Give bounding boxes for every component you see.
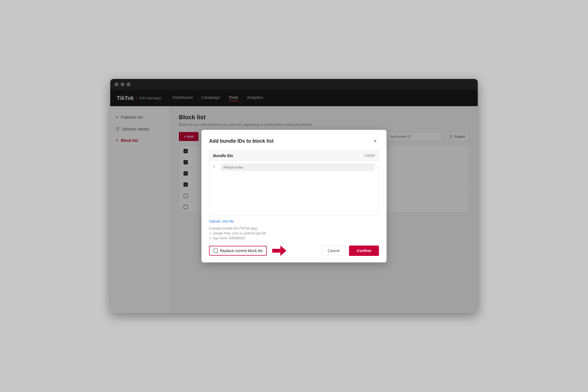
modal: Add bundle IDs to block list × Bundle ID… — [201, 130, 387, 262]
bundle-row-1: 1 — [209, 161, 379, 174]
example-title: Example bundle IDs (TikTok app): — [209, 226, 379, 230]
modal-actions: Cancel Confirm — [321, 246, 379, 256]
arrow-indicator — [272, 246, 286, 256]
modal-title: Add bundle IDs to block list — [209, 138, 274, 144]
svg-marker-0 — [272, 246, 286, 256]
bundle-ids-label: Bundle IDs — [213, 154, 233, 158]
bundle-ids-header: Bundle IDs 1/9999 — [209, 151, 379, 161]
cancel-button[interactable]: Cancel — [321, 246, 347, 256]
modal-close-button[interactable]: × — [371, 137, 379, 145]
example-google-play: 1. Google Play: com.ss.android.ugc.trill — [209, 231, 379, 235]
modal-overlay: Add bundle IDs to block list × Bundle ID… — [110, 79, 478, 313]
bundle-id-input[interactable] — [221, 164, 375, 171]
app-window: TikTok: Ads Manager Dashboard Campaign T… — [110, 79, 478, 313]
bundle-count: 1/9999 — [364, 154, 375, 158]
modal-header: Add bundle IDs to block list × — [209, 137, 379, 145]
bundle-row-number: 1 — [213, 164, 218, 168]
bundle-ids-body: 1 — [209, 161, 379, 215]
replace-checkbox[interactable] — [213, 249, 218, 253]
confirm-button[interactable]: Confirm — [349, 246, 379, 256]
modal-footer: Replace current block list Cancel Confir… — [209, 246, 379, 256]
example-app-store: 2. App Store: 835599320 — [209, 236, 379, 240]
replace-current-block-list-wrapper[interactable]: Replace current block list — [209, 246, 267, 256]
upload-xlsx-link[interactable]: Upload .xlsx file — [209, 219, 234, 223]
replace-label: Replace current block list — [220, 249, 262, 253]
